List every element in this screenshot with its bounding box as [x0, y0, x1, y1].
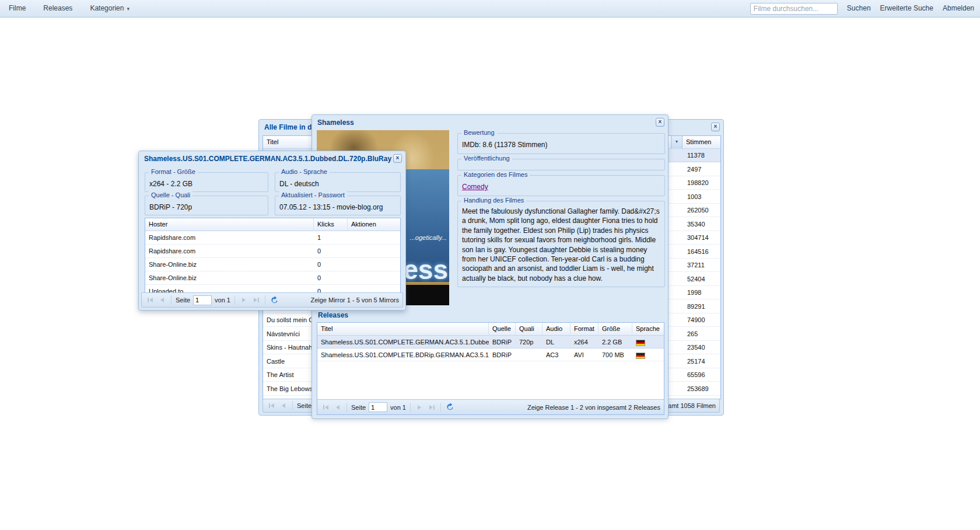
column-header-quelle[interactable]: Quelle	[489, 323, 516, 336]
next-page-button[interactable]	[239, 295, 249, 305]
stimmen-cell: 89291	[684, 300, 720, 313]
audio-sprache-legend: Audio - Sprache	[279, 168, 330, 175]
prev-page-button[interactable]	[158, 295, 167, 305]
column-header-stimmen[interactable]: Stimmen	[682, 136, 720, 149]
prev-page-button[interactable]	[333, 403, 342, 412]
hoster-cell: Rapidshare.com	[145, 231, 314, 244]
last-page-button[interactable]	[427, 403, 436, 412]
hoster-row[interactable]: Rapidshare.com 1	[145, 231, 400, 245]
release-titel-cell: Shameless.US.S01.COMPLETE.GERMAN.AC3.5.1…	[317, 336, 489, 348]
toolbar-separator	[292, 401, 293, 410]
column-header-titel[interactable]: Titel	[317, 323, 489, 336]
stimmen-cell: 23540	[684, 341, 720, 354]
hoster-grid: Hoster Klicks Aktionen Rapidshare.com 1 …	[145, 218, 401, 295]
erweiterte-suche-button[interactable]: Erweiterte Suche	[880, 0, 933, 17]
stimmen-cell: 74900	[684, 313, 720, 326]
menu-releases[interactable]: Releases	[34, 0, 81, 17]
column-header-hoster[interactable]: Hoster	[145, 218, 314, 231]
page-number-input[interactable]	[369, 402, 387, 412]
release-audio-cell: DL	[542, 336, 570, 348]
close-icon[interactable]	[656, 118, 664, 127]
hoster-row[interactable]: Rapidshare.com 0	[145, 245, 400, 258]
release-audio-cell: AC3	[542, 348, 570, 361]
release-format-cell: x264	[570, 336, 598, 348]
stimmen-cell: 2497	[684, 163, 720, 176]
close-icon[interactable]	[711, 123, 720, 131]
toolbar-separator	[346, 403, 347, 412]
first-page-button[interactable]	[267, 401, 276, 410]
release-format-cell: AVI	[570, 348, 598, 361]
mirror-window: Shameless.US.S01.COMPLETE.GERMAN.AC3.5.1…	[138, 151, 406, 311]
movies-window-titlebar[interactable]: Alle Filme in de	[264, 123, 316, 131]
category-comedy-link[interactable]: Comedy	[462, 183, 488, 191]
hoster-row[interactable]: Share-Online.biz 0	[145, 258, 400, 271]
quelle-quali-legend: Quelle - Quali	[149, 191, 192, 198]
von-label: von 1	[215, 297, 230, 304]
movie-window-titlebar[interactable]: Shameless	[317, 118, 354, 127]
stimmen-cell: 65596	[684, 368, 720, 381]
menu-releases-label: Releases	[43, 0, 72, 17]
klicks-cell: 0	[314, 258, 348, 271]
quelle-quali-value: BDRiP - 720p	[149, 203, 265, 211]
search-input[interactable]	[750, 3, 838, 15]
refresh-icon[interactable]	[445, 403, 454, 412]
seite-label: Seite	[297, 402, 312, 409]
stimmen-cell: 25174	[684, 355, 720, 368]
stimmen-cell: 265	[684, 327, 720, 340]
prev-page-button[interactable]	[279, 401, 288, 410]
column-header-aktionen[interactable]: Aktionen	[348, 218, 400, 231]
menu-filme[interactable]: Filme	[0, 0, 34, 17]
release-groesse-cell: 2.2 GB	[598, 336, 632, 348]
stimmen-cell: 304714	[684, 231, 720, 244]
bewertung-legend: Bewertung	[461, 129, 497, 136]
mirror-window-titlebar[interactable]: Shameless.US.S01.COMPLETE.GERMAN.AC3.5.1…	[144, 155, 391, 163]
stimmen-cell: 164516	[684, 245, 720, 258]
close-icon[interactable]	[393, 154, 402, 163]
pager-display-text: amt 1058 Filmen	[668, 402, 716, 409]
toolbar-separator	[410, 403, 411, 412]
last-page-button[interactable]	[251, 295, 261, 305]
page-number-input[interactable]	[193, 295, 212, 305]
top-menubar: Filme Releases Kategorien Suchen Erweite…	[0, 0, 980, 18]
stimmen-cell: 37211	[684, 259, 720, 271]
von-label: von 1	[390, 404, 406, 411]
release-sprache-cell	[632, 336, 664, 348]
hoster-cell: Rapidshare.com	[145, 245, 314, 257]
column-header-groesse[interactable]: Größe	[598, 323, 632, 336]
next-page-button[interactable]	[415, 403, 424, 412]
first-page-button[interactable]	[321, 403, 330, 412]
column-header-format[interactable]: Format	[570, 323, 598, 336]
first-page-button[interactable]	[145, 295, 155, 305]
handlung-legend: Handlung des Filmes	[461, 197, 526, 204]
aktualisiert-passwort-value: 07.05.12 - 13:15 - movie-blog.org	[279, 203, 397, 211]
releases-pager-toolbar: Seite von 1 Zeige Release 1 - 2 von insg…	[317, 399, 664, 414]
column-header-sprache[interactable]: Sprache	[632, 323, 664, 336]
toolbar-separator	[265, 295, 265, 305]
refresh-icon[interactable]	[270, 295, 279, 305]
mirror-pager-toolbar: Seite von 1 Zeige Mirror 1 - 5 von 5 Mir…	[141, 292, 403, 308]
seite-label: Seite	[176, 297, 190, 304]
abmelden-button[interactable]: Abmelden	[943, 0, 974, 17]
kategorien-legend: Kategorien des Filmes	[461, 171, 530, 178]
poster-tagline: ...ogetically...	[410, 234, 447, 241]
klicks-cell: 0	[314, 271, 348, 284]
handlung-fieldset: Handlung des Filmes Meet the fabulously …	[457, 201, 665, 287]
poster-logo-fragment: ess	[403, 256, 448, 283]
quelle-quali-fieldset: Quelle - Quali BDRiP - 720p	[145, 196, 268, 215]
menu-kategorien[interactable]: Kategorien	[81, 0, 138, 18]
release-row[interactable]: Shameless.US.S01.COMPLETE.BDRip.GERMAN.A…	[317, 348, 664, 361]
column-menu-trigger-icon[interactable]	[671, 136, 682, 149]
pager-display-text: Zeige Mirror 1 - 5 von 5 Mirrors	[310, 297, 399, 304]
suchen-button[interactable]: Suchen	[847, 0, 871, 17]
column-header-quali[interactable]: Quali	[516, 323, 542, 336]
column-header-audio[interactable]: Audio	[542, 323, 570, 336]
hoster-row[interactable]: Share-Online.biz 0	[145, 271, 400, 285]
kategorien-fieldset: Kategorien des Filmes Comedy	[457, 175, 665, 196]
releases-grid: Titel Quelle Quali Audio Format Größe Sp…	[317, 322, 664, 415]
pager-display-text: Zeige Release 1 - 2 von insgesamt 2 Rele…	[527, 404, 660, 411]
stimmen-cell: 11378	[684, 149, 720, 162]
column-header-klicks[interactable]: Klicks	[314, 218, 348, 231]
stimmen-cell: 52404	[684, 273, 720, 285]
release-row[interactable]: Shameless.US.S01.COMPLETE.GERMAN.AC3.5.1…	[317, 336, 664, 348]
german-flag-icon	[636, 340, 645, 346]
